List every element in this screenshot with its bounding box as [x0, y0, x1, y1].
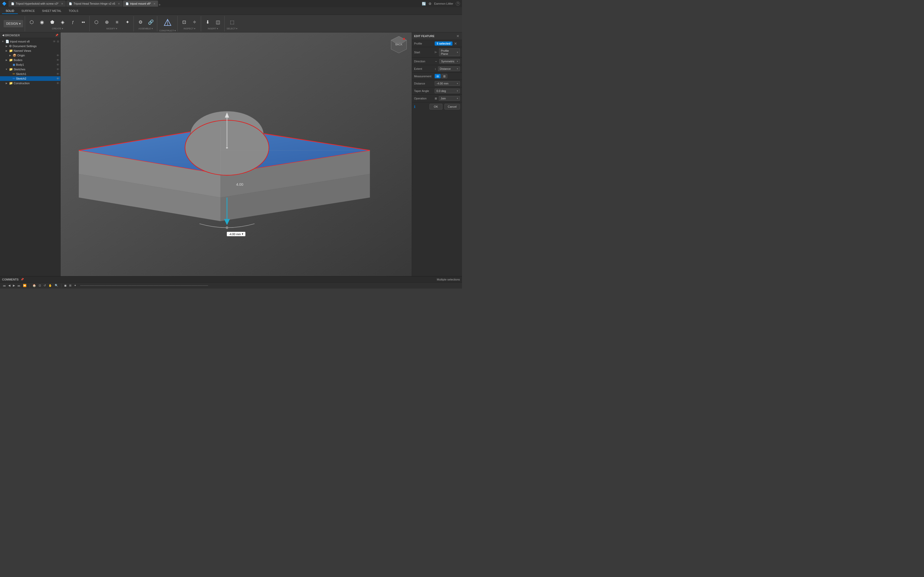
- construction-eye-icon[interactable]: 👁: [57, 82, 59, 85]
- tree-bodies[interactable]: ▶ 📁 Bodies 👁: [0, 58, 60, 62]
- root-eye-icon[interactable]: 👁: [53, 40, 56, 43]
- browser-collapse-icon[interactable]: ◀: [2, 34, 4, 37]
- menu-tab-solid[interactable]: SOLID: [2, 8, 18, 14]
- origin-eye-icon[interactable]: 👁: [57, 54, 59, 57]
- insert-btn1[interactable]: ⬇: [203, 18, 212, 27]
- create-extrude-btn[interactable]: ⬡: [27, 18, 36, 27]
- view-orbit-btn[interactable]: ↺: [43, 284, 47, 287]
- create-formula-btn[interactable]: ƒ: [68, 18, 78, 27]
- modify-btn1[interactable]: ⬡: [92, 18, 101, 27]
- tree-sketch1[interactable]: ✏ Sketch1 👁: [0, 72, 60, 76]
- modify-icon3: ≡: [116, 20, 119, 24]
- tab-2[interactable]: 📄 Tripod Head Tension Hinge v2 v5 ✕: [66, 0, 123, 7]
- distance-dropdown[interactable]: -4.00 mm ▾: [435, 81, 460, 86]
- menu-tab-sheet-metal[interactable]: SHEET METAL: [39, 8, 65, 14]
- ok-button[interactable]: OK: [430, 104, 443, 110]
- nav-play-btn[interactable]: ▶: [12, 284, 16, 287]
- construct-btn1[interactable]: [161, 15, 174, 29]
- distance-label[interactable]: -4.00 mm ▾: [227, 232, 246, 236]
- tree-sketch2[interactable]: ✏ Sketch2 👁: [0, 76, 60, 81]
- nav-next-btn[interactable]: ⏭: [17, 284, 21, 287]
- sketch2-eye-icon[interactable]: 👁: [57, 77, 59, 80]
- measurement-value: ▤ ▥: [435, 74, 460, 78]
- view-zoom-btn[interactable]: 🔍: [54, 284, 59, 287]
- sketches-eye-icon[interactable]: 👁: [57, 68, 59, 71]
- help-icon[interactable]: ?: [456, 2, 460, 6]
- sketch1-eye-icon[interactable]: 👁: [57, 73, 59, 76]
- measure-btn-2[interactable]: ▥: [441, 74, 447, 78]
- modify-btn3[interactable]: ≡: [112, 18, 122, 27]
- menu-tab-tools[interactable]: TOOLS: [65, 8, 82, 14]
- tree-body1[interactable]: ◼ Body1 👁: [0, 62, 60, 67]
- nav-cube[interactable]: BACK: [389, 35, 409, 56]
- measure-btn-1[interactable]: ▤: [435, 74, 441, 78]
- create-sweep-btn[interactable]: ⬟: [48, 18, 57, 27]
- effects-btn[interactable]: ✦: [73, 284, 77, 287]
- tree-doc-settings[interactable]: ▶ ⚙ Document Settings: [0, 44, 60, 48]
- tree-origin[interactable]: ▶ 📦 Origin 👁: [0, 53, 60, 58]
- taper-dropdown[interactable]: 0.0 deg ▾: [435, 89, 460, 93]
- tree-sketches[interactable]: ▼ 📁 Sketches 👁: [0, 67, 60, 72]
- view-home-btn[interactable]: 🏠: [32, 284, 37, 287]
- tab-1[interactable]: 📄 Tripod Hyperboloid with screw v3* ✕: [8, 0, 66, 7]
- inspect-btn1[interactable]: ⊡: [180, 18, 189, 27]
- svg-point-31: [403, 38, 405, 40]
- bodies-eye-icon[interactable]: 👁: [57, 58, 59, 61]
- viewport[interactable]: 4.00 -4.00 mm ▾ BACK: [61, 32, 412, 276]
- tree-construction[interactable]: ▶ 📁 Construction 👁: [0, 81, 60, 85]
- inspect-btn2[interactable]: ✧: [190, 18, 199, 27]
- comments-label: COMMENTS: [2, 278, 19, 281]
- tab-3[interactable]: 📄 tripod mount v8* ✕: [123, 0, 158, 7]
- direction-dropdown[interactable]: Symmetric ▾: [439, 59, 460, 64]
- create-loft-btn[interactable]: ◈: [58, 18, 67, 27]
- tab-3-close[interactable]: ✕: [153, 2, 155, 5]
- profile-clear-btn[interactable]: ✕: [454, 42, 458, 45]
- tab-1-close[interactable]: ✕: [61, 2, 63, 5]
- create-more-btn[interactable]: ▪▪: [79, 18, 88, 27]
- nav-prev-btn[interactable]: ◀: [8, 284, 11, 287]
- modify-btn2[interactable]: ⊕: [102, 18, 111, 27]
- profile-label: Profile: [414, 42, 435, 45]
- info-icon[interactable]: ℹ: [414, 105, 415, 109]
- new-tab-button[interactable]: +: [158, 3, 161, 7]
- distance-dropdown-value: -4.00 mm: [436, 82, 448, 85]
- tree-root[interactable]: ▼ 📄 tripod mount v8 👁 ⚙: [0, 39, 60, 44]
- distance-dropdown-arrow[interactable]: ▾: [242, 232, 243, 236]
- start-dropdown[interactable]: Profile Plane ▾: [439, 48, 460, 56]
- extent-dropdown[interactable]: Distance ▾: [438, 66, 460, 71]
- nav-end-btn[interactable]: ⏩: [22, 284, 27, 287]
- body1-eye-icon[interactable]: 👁: [57, 63, 59, 66]
- root-settings-icon[interactable]: ⚙: [57, 40, 59, 43]
- origin-label: Origin: [17, 54, 25, 57]
- tab-2-close[interactable]: ✕: [118, 2, 120, 5]
- view-fit-btn[interactable]: ⊡: [38, 284, 42, 287]
- assemble-btn1[interactable]: ⚙: [136, 18, 145, 27]
- design-button[interactable]: DESIGN ▾: [3, 20, 23, 27]
- comments-pin-icon[interactable]: 📌: [21, 278, 24, 281]
- construction-icon: 📁: [9, 81, 13, 85]
- browser-pin-icon[interactable]: 📌: [55, 34, 58, 37]
- svg-text:4.00: 4.00: [236, 182, 243, 187]
- assemble-btn2[interactable]: 🔗: [146, 18, 155, 27]
- menu-tab-surface[interactable]: SURFACE: [18, 8, 39, 14]
- modify-btn4[interactable]: ✦: [123, 18, 132, 27]
- create-revolve-btn[interactable]: ◉: [37, 18, 47, 27]
- cancel-button[interactable]: Cancel: [444, 104, 460, 110]
- edit-feature-close-btn[interactable]: ✕: [456, 34, 460, 38]
- grid-btn[interactable]: ⊞: [68, 284, 72, 287]
- sync-icon: 🔄: [422, 2, 426, 6]
- profile-selected-badge[interactable]: 5 selected: [435, 42, 452, 45]
- nav-start-btn[interactable]: ⏮: [2, 284, 6, 287]
- direction-dropdown-arrow: ▾: [457, 60, 458, 63]
- operation-dropdown[interactable]: Join ▾: [439, 96, 460, 101]
- tree-named-views[interactable]: ▶ 📁 Named Views: [0, 48, 60, 53]
- select-btn[interactable]: ⬚: [228, 18, 237, 27]
- display-mode-btn[interactable]: ◼: [63, 284, 67, 287]
- insert-btn2[interactable]: ◫: [213, 18, 223, 27]
- taper-label: Taper Angle: [414, 89, 435, 92]
- view-pan-btn[interactable]: ✋: [48, 284, 53, 287]
- root-expand-icon: ▼: [1, 40, 5, 43]
- operation-label: Operation: [414, 97, 435, 100]
- operation-dropdown-arrow: ▾: [457, 97, 458, 100]
- profile-value: 5 selected ✕: [435, 42, 460, 45]
